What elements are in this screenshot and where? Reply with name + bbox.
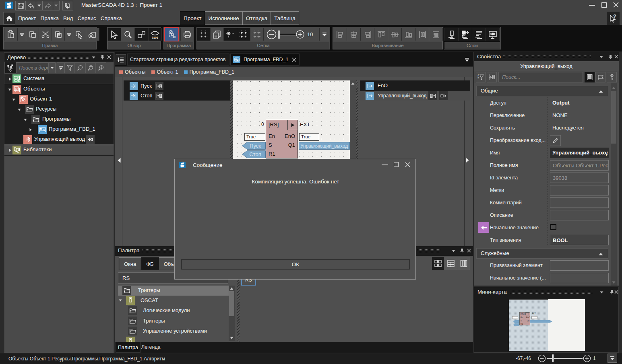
svg-text:0101: 0101	[152, 36, 158, 39]
svg-text:2: 2	[477, 77, 479, 80]
svg-text:?: ?	[613, 14, 616, 19]
svg-text:Стоп: Стоп	[249, 151, 261, 157]
svg-text:Пуск: Пуск	[250, 143, 261, 149]
svg-text:А: А	[477, 74, 479, 77]
